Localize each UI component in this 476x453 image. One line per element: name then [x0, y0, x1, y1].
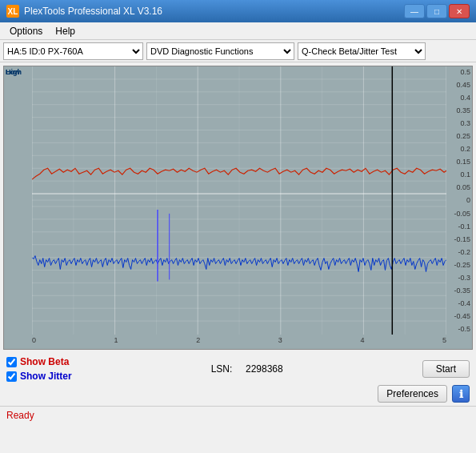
- show-beta-checkbox[interactable]: [6, 357, 17, 367]
- lsn-label: LSN:: [211, 363, 233, 375]
- app-icon: XL: [6, 5, 19, 18]
- show-jitter-label[interactable]: Show Jitter: [6, 371, 72, 382]
- lsn-value: 2298368: [246, 363, 283, 375]
- close-button[interactable]: ✕: [449, 4, 470, 18]
- bottom-row-2: Preferences ℹ: [6, 385, 470, 403]
- preferences-button[interactable]: Preferences: [378, 385, 447, 403]
- drive-select[interactable]: HA:5 ID:0 PX-760A: [3, 42, 143, 60]
- lsn-area: LSN: 2298368: [211, 363, 283, 375]
- chart-canvas: [32, 66, 446, 335]
- function-select[interactable]: DVD Diagnostic Functions: [146, 42, 294, 60]
- show-jitter-checkbox[interactable]: [6, 371, 17, 382]
- bottom-panel: Show Beta Show Jitter LSN: 2298368 Start…: [0, 353, 476, 406]
- menu-options[interactable]: Options: [3, 24, 49, 38]
- status-text: Ready: [6, 410, 34, 421]
- info-button[interactable]: ℹ: [452, 385, 470, 403]
- menu-help[interactable]: Help: [49, 24, 82, 38]
- bottom-row-1: Show Beta Show Jitter LSN: 2298368 Start: [6, 356, 470, 382]
- x-axis: 0 1 2 3 4 5: [32, 335, 446, 349]
- status-bar: Ready: [0, 406, 476, 423]
- window-title: PlexTools Professional XL V3.16: [24, 6, 162, 17]
- menu-bar: Options Help: [0, 22, 476, 40]
- window-controls: — □ ✕: [404, 4, 470, 18]
- chart-svg: [32, 66, 446, 335]
- minimize-button[interactable]: —: [404, 4, 425, 18]
- title-bar: XL PlexTools Professional XL V3.16 — □ ✕: [0, 0, 476, 22]
- show-beta-label[interactable]: Show Beta: [6, 356, 72, 367]
- y-axis-right: 0.5 0.45 0.4 0.35 0.3 0.25 0.2 0.15 0.1 …: [446, 66, 472, 335]
- start-button[interactable]: Start: [422, 360, 470, 378]
- maximize-button[interactable]: □: [426, 4, 447, 18]
- chart-area: High Low 0.5 0.45 0.4 0.35 0.3 0.25 0.2 …: [3, 66, 473, 350]
- toolbar: HA:5 ID:0 PX-760A DVD Diagnostic Functio…: [0, 40, 476, 62]
- y-axis-bottom-label: Low: [4, 66, 32, 335]
- test-select[interactable]: Q-Check Beta/Jitter Test: [298, 42, 426, 60]
